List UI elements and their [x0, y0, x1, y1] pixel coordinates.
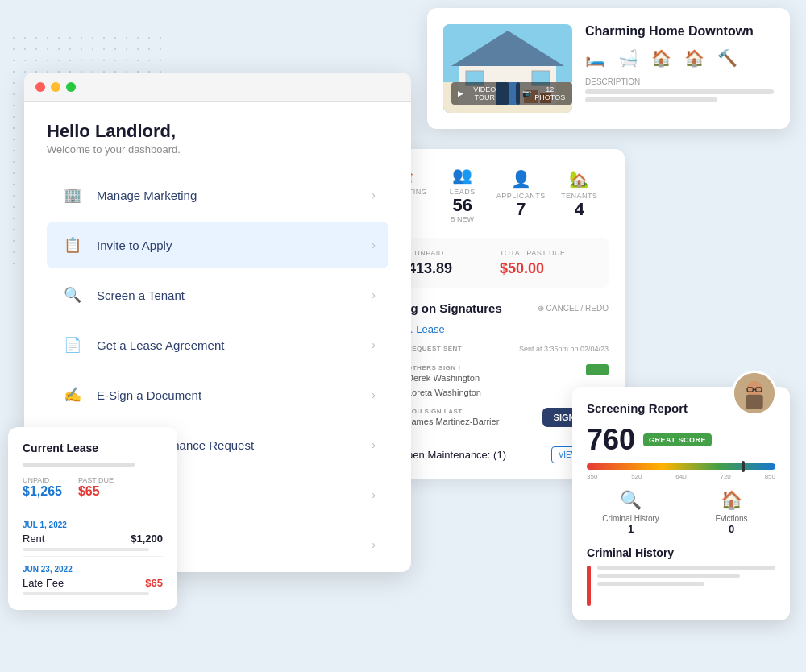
tenants-value: 4: [550, 200, 609, 219]
chevron-icon-7: ›: [372, 538, 376, 551]
late-fee-line: [23, 592, 149, 595]
invite-to-apply-icon: 📋: [60, 232, 85, 258]
step-tag-3: YOU SIGN LAST: [407, 408, 536, 415]
lease-agreement-label: Get a Lease Agreement: [97, 338, 360, 352]
request-sent-time: Sent at 3:35pm on 02/04/23: [519, 345, 609, 353]
e-sign-icon: ✍️: [60, 382, 85, 408]
late-fee-date: JUN 23, 2022: [23, 565, 163, 574]
property-desc-line-1: [585, 89, 774, 94]
manage-marketing-label: Manage Marketing: [97, 189, 360, 202]
criminal-history-details: [587, 566, 775, 606]
lease-title-underline: [23, 463, 135, 467]
property-card: ▶ VIDEO TOUR 📷 12 PHOTOS Charming Home D…: [427, 8, 790, 129]
step-tag-1: REQUEST SENT: [407, 345, 513, 352]
leads-icon: 👥: [434, 165, 492, 185]
rent-line: [23, 548, 149, 551]
lease-agreement-icon: 📄: [60, 332, 85, 358]
score-s1: 520: [631, 473, 642, 480]
rent-date: JUL 1, 2022: [23, 521, 163, 529]
home-icon: 🏠: [651, 48, 671, 68]
step-names-2: Derek WashingtonLoreta Washington: [407, 371, 580, 400]
crim-line-2: [597, 574, 740, 578]
criminal-history-icon: 🔍: [587, 490, 675, 511]
greeting-subtitle: Welcome to your dashboard.: [47, 143, 388, 156]
evictions-icon: 🏠: [688, 490, 775, 511]
cancel-redo-button[interactable]: ⊕ CANCEL / REDO: [538, 304, 609, 313]
chevron-icon-2: ›: [372, 288, 376, 301]
score-s3: 720: [720, 473, 730, 480]
screen-tenant-icon: 🔍: [60, 282, 85, 308]
chevron-icon-5: ›: [372, 438, 376, 451]
applicants-icon: 👤: [492, 169, 550, 189]
window-titlebar: [24, 73, 411, 102]
total-past-due: TOTAL PAST DUE $50.00: [500, 249, 596, 277]
step-content-3: YOU SIGN LAST James Martinez-Barrier: [407, 408, 536, 429]
score-badge: GREAT SCORE: [643, 433, 712, 446]
score-s2: 640: [675, 473, 686, 480]
lease-entry-late-fee: JUN 23, 2022 Late Fee $65: [23, 556, 163, 595]
bed-icon: 🛏️: [585, 48, 605, 68]
chevron-icon-3: ›: [372, 338, 376, 351]
chevron-icon-0: ›: [372, 189, 376, 201]
current-lease-title: Current Lease: [23, 442, 163, 454]
step-right-2: [586, 364, 609, 375]
open-maintenance-text: Open Maintenance: (1): [399, 449, 543, 461]
avatar: [732, 371, 777, 416]
menu-item-e-sign[interactable]: ✍️ E-Sign a Document ›: [47, 371, 388, 418]
tenants-icon: 🏡: [550, 169, 609, 189]
svg-point-10: [746, 381, 762, 397]
window-minimize-button[interactable]: [51, 82, 60, 92]
criminal-text-lines: [597, 566, 775, 606]
property-amenity-icons: 🛏️ 🛁 🏠 🏠 🔨: [585, 48, 774, 68]
crim-line-3: [597, 582, 704, 586]
late-fee-amount: $65: [145, 577, 163, 589]
total-past-due-value: $50.00: [500, 260, 596, 277]
menu-item-screen-tenant[interactable]: 🔍 Screen a Tenant ›: [47, 272, 388, 318]
menu-item-manage-marketing[interactable]: 🏢 Manage Marketing ›: [47, 172, 388, 218]
lease-past-due: PAST DUE $65: [78, 476, 114, 499]
applicants-value: 7: [492, 200, 550, 219]
property-image: ▶ VIDEO TOUR 📷 12 PHOTOS: [443, 24, 572, 113]
status-badge-green: [586, 364, 609, 375]
lease-unpaid-value: $1,265: [23, 484, 62, 499]
step-content-2: OTHERS SIGN ↑ Derek WashingtonLoreta Was…: [407, 364, 580, 400]
stat-applicants: 👤 APPLICANTS 7: [492, 169, 550, 219]
stat-leads: 👥 LEADS 56 5 NEW: [434, 165, 492, 223]
menu-item-invite-to-apply[interactable]: 📋 Invite to Apply ›: [47, 222, 388, 268]
score-bar-track: [587, 463, 775, 470]
total-past-due-label: TOTAL PAST DUE: [500, 249, 596, 257]
video-tour-button[interactable]: ▶ VIDEO TOUR: [451, 82, 509, 105]
evictions-count: 0: [688, 523, 775, 535]
step-tag-2: OTHERS SIGN ↑: [407, 364, 580, 371]
invite-to-apply-label: Invite to Apply: [97, 239, 360, 252]
rent-name: Rent: [23, 533, 44, 545]
screening-icons-row: 🔍 Criminal History 1 🏠 Evictions 0: [587, 490, 775, 535]
bath-icon: 🛁: [618, 48, 638, 68]
leads-value: 56: [434, 196, 492, 215]
credit-score: 760: [587, 423, 635, 457]
signature-step-request-sent: REQUEST SENT Sent at 3:35pm on 02/04/23: [391, 345, 609, 356]
tools-icon: 🔨: [717, 48, 737, 68]
score-labels: 350 520 640 720 850: [587, 473, 775, 480]
window-maximize-button[interactable]: [66, 82, 76, 92]
rent-row: Rent $1,200: [23, 533, 163, 545]
step-right-1: Sent at 3:35pm on 02/04/23: [519, 345, 609, 353]
svg-rect-11: [746, 395, 762, 409]
crim-line-1: [597, 566, 775, 570]
menu-item-lease-agreement[interactable]: 📄 Get a Lease Agreement ›: [47, 321, 388, 368]
lease-past-due-value: $65: [78, 484, 114, 499]
screening-panel: Screening Report 760 GREAT SCORE 350 520…: [572, 387, 790, 620]
rent-amount: $1,200: [131, 533, 163, 545]
lease-unpaid-label: UNPAID: [23, 476, 62, 484]
manage-marketing-icon: 🏢: [60, 182, 85, 208]
criminal-section-title: Criminal History: [587, 546, 775, 559]
score-bar-container: [587, 463, 775, 470]
photos-button[interactable]: 📷 12 PHOTOS: [516, 82, 572, 105]
chevron-icon-6: ›: [372, 488, 376, 501]
window-close-button[interactable]: [35, 82, 45, 92]
property-image-buttons: ▶ VIDEO TOUR 📷 12 PHOTOS: [451, 82, 572, 105]
chevron-icon-4: ›: [372, 388, 376, 401]
evictions-label: Evictions: [688, 514, 775, 523]
criminal-history-label: Criminal History: [587, 514, 675, 523]
evictions-stat: 🏠 Evictions 0: [688, 490, 775, 535]
